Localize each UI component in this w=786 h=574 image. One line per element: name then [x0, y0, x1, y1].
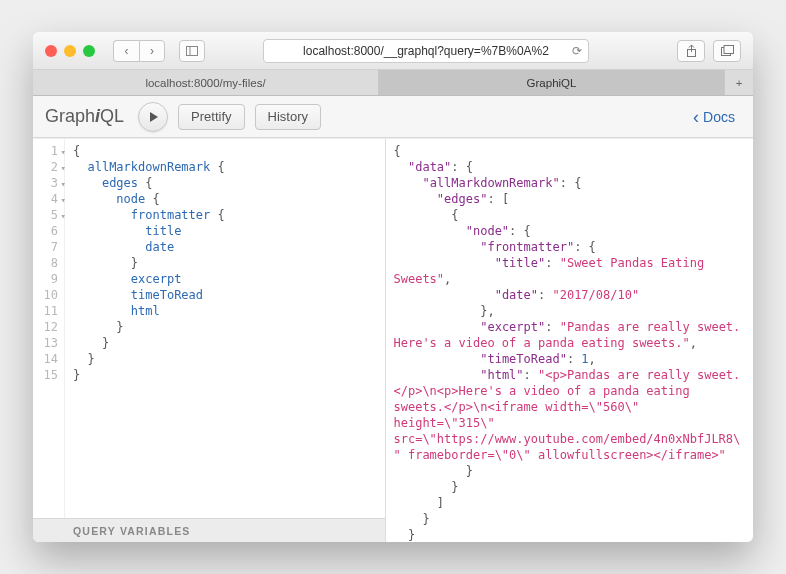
reload-icon[interactable]: ⟳ — [572, 44, 582, 58]
graphiql-logo: GraphiQL — [45, 106, 124, 127]
tab-label: GraphiQL — [527, 77, 577, 89]
tab-graphiql[interactable]: GraphiQL — [379, 70, 725, 95]
tab-bar: localhost:8000/my-files/ GraphiQL + — [33, 70, 753, 96]
tabs-overview-button[interactable] — [713, 40, 741, 62]
tabs-icon — [721, 45, 734, 56]
svg-rect-0 — [187, 46, 198, 55]
url-text: localhost:8000/__graphql?query=%7B%0A%2 — [303, 44, 549, 58]
docs-label: Docs — [703, 109, 735, 125]
tab-label: localhost:8000/my-files/ — [145, 77, 265, 89]
minimize-icon[interactable] — [64, 45, 76, 57]
result-viewer[interactable]: { "data": { "allMarkdownRemark": { "edge… — [394, 143, 746, 542]
button-label: History — [268, 109, 308, 124]
tab-my-files[interactable]: localhost:8000/my-files/ — [33, 70, 379, 95]
line-gutter: 123456789101112131415 — [33, 139, 65, 518]
share-icon — [686, 45, 697, 57]
query-variables-bar[interactable]: QUERY VARIABLES — [33, 518, 385, 542]
query-editor[interactable]: 123456789101112131415 { allMarkdownRemar… — [33, 139, 385, 518]
button-label: Prettify — [191, 109, 231, 124]
browser-window: ‹ › localhost:8000/__graphql?query=%7B%0… — [33, 32, 753, 542]
query-code[interactable]: { allMarkdownRemark { edges { node { fro… — [65, 139, 233, 518]
editor-area: 123456789101112131415 { allMarkdownRemar… — [33, 138, 753, 542]
docs-toggle[interactable]: Docs — [687, 108, 741, 126]
forward-button[interactable]: › — [139, 40, 165, 62]
share-button[interactable] — [677, 40, 705, 62]
address-bar[interactable]: localhost:8000/__graphql?query=%7B%0A%2 … — [263, 39, 589, 63]
sidebar-icon — [186, 46, 198, 56]
svg-rect-5 — [724, 46, 734, 54]
prettify-button[interactable]: Prettify — [178, 104, 244, 130]
close-icon[interactable] — [45, 45, 57, 57]
execute-button[interactable] — [138, 102, 168, 132]
query-pane: 123456789101112131415 { allMarkdownRemar… — [33, 139, 386, 542]
history-button[interactable]: History — [255, 104, 321, 130]
fullscreen-icon[interactable] — [83, 45, 95, 57]
new-tab-button[interactable]: + — [725, 70, 753, 95]
back-button[interactable]: ‹ — [113, 40, 139, 62]
window-titlebar: ‹ › localhost:8000/__graphql?query=%7B%0… — [33, 32, 753, 70]
nav-buttons: ‹ › — [113, 40, 165, 62]
query-variables-label: QUERY VARIABLES — [73, 525, 191, 537]
traffic-lights — [45, 45, 95, 57]
graphiql-toolbar: GraphiQL Prettify History Docs — [33, 96, 753, 138]
sidebar-button[interactable] — [179, 40, 205, 62]
result-pane: { "data": { "allMarkdownRemark": { "edge… — [386, 139, 754, 542]
